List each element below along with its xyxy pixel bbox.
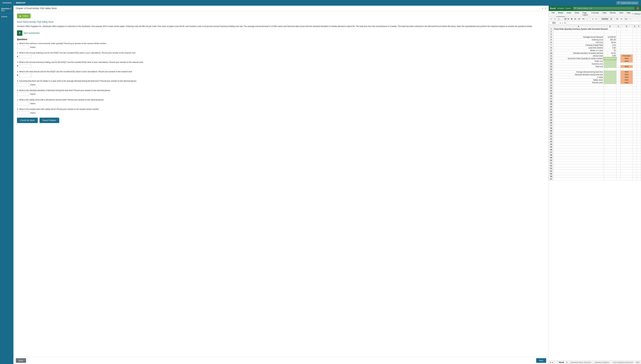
cell-f14[interactable] <box>637 62 641 65</box>
cell-d20[interactable]: #N/A <box>620 79 633 81</box>
cell-a15[interactable]: Total cost <box>553 65 603 68</box>
cell-f17[interactable] <box>637 70 641 73</box>
question-6-input[interactable] <box>17 92 29 96</box>
cell-b11[interactable]: 0.99 <box>603 54 616 57</box>
cell-a20[interactable]: Safety stock <box>553 79 603 81</box>
cell-b19[interactable] <box>603 76 616 79</box>
cancel-formula-icon[interactable]: ✕ <box>559 22 561 24</box>
cell-e6[interactable] <box>633 41 637 44</box>
cell-d13[interactable]: #N/A <box>620 60 633 62</box>
cell-d7[interactable] <box>620 44 633 46</box>
cell-f12[interactable] <box>637 57 641 60</box>
cell-a10[interactable]: Standard deviation of weekly demand <box>553 52 603 54</box>
col-header-e[interactable]: E <box>633 25 637 28</box>
cell-f2[interactable] <box>637 30 641 33</box>
cell-d10[interactable] <box>620 52 633 54</box>
cell-a17[interactable]: Average demand during lead time <box>553 70 603 73</box>
cell-c9[interactable] <box>616 49 620 52</box>
cell-b8[interactable]: 3.00 <box>603 46 616 49</box>
video-button[interactable]: ▶ Video <box>17 14 31 18</box>
cell-f8[interactable] <box>637 46 641 49</box>
confirm-formula-icon[interactable]: ✓ <box>562 22 564 24</box>
cell-d15[interactable]: #N/A <box>620 65 633 68</box>
cell-e11[interactable] <box>633 54 637 57</box>
spreadsheet-grid[interactable]: A B C D E F 1 Fixed Order Quantity Inven… <box>549 25 641 360</box>
check-my-work-button[interactable]: Check My Work <box>17 118 38 123</box>
cell-d22[interactable] <box>620 84 633 87</box>
tab-home[interactable]: Home <box>556 11 565 17</box>
cell-a18[interactable]: Standard deviation during lead time <box>553 73 603 76</box>
cell-a22[interactable] <box>553 84 603 87</box>
formula-input[interactable] <box>567 22 640 24</box>
cell-d11[interactable]: Formulas <box>620 54 633 57</box>
cell-e4[interactable] <box>633 36 637 38</box>
cell-a19[interactable]: z-value <box>553 76 603 79</box>
font-size-select[interactable]: 101112 <box>564 18 570 20</box>
cell-d9[interactable] <box>620 49 633 52</box>
cell-e18[interactable] <box>633 73 637 76</box>
cell-e5[interactable] <box>633 38 637 41</box>
cell-b3[interactable] <box>603 33 616 36</box>
add-sheet-icon[interactable]: + <box>566 361 568 364</box>
feedback-text[interactable]: Give Feedback to Microsoft <box>613 362 633 363</box>
cell-f1[interactable] <box>637 28 641 30</box>
cell-f22[interactable] <box>637 84 641 87</box>
cell-e1[interactable] <box>633 28 637 30</box>
cell-c11[interactable] <box>616 54 620 57</box>
cell-e15[interactable] <box>633 65 637 68</box>
cell-a7[interactable]: Carrying Charge Rate <box>553 44 603 46</box>
cell-b9[interactable]: 52 <box>603 49 616 52</box>
col-header-c[interactable]: C <box>616 25 620 28</box>
cell-e7[interactable] <box>633 44 637 46</box>
cell-d8[interactable] <box>620 46 633 49</box>
clipboard-button[interactable]: 📋 <box>557 18 560 20</box>
cell-e17[interactable] <box>633 70 637 73</box>
cell-a16[interactable] <box>553 68 603 70</box>
question-1-input[interactable] <box>17 46 29 49</box>
cell-d3[interactable] <box>620 33 633 36</box>
cell-b16[interactable] <box>603 68 616 70</box>
open-spreadsheet-link[interactable]: Open spreadsheet <box>24 32 40 34</box>
cell-c17[interactable] <box>616 70 620 73</box>
font-color-button[interactable]: A▾ <box>582 18 585 20</box>
redo-button[interactable]: ↪ <box>553 18 556 20</box>
excel-activity-link[interactable]: Excel Online Activity: FQS Safety Stock <box>17 21 545 23</box>
cell-c3[interactable] <box>616 33 620 36</box>
cell-c21[interactable] <box>616 81 620 84</box>
cell-c13[interactable] <box>616 60 620 62</box>
cell-b21[interactable] <box>603 81 616 84</box>
cell-b7[interactable]: 0.20 <box>603 44 616 46</box>
fill-color-button[interactable]: A▾ <box>577 18 581 20</box>
cell-c15[interactable] <box>616 65 620 68</box>
cell-b18[interactable] <box>603 73 616 76</box>
back-button[interactable]: Back <box>16 358 26 363</box>
cell-f3[interactable] <box>637 33 641 36</box>
cell-f4[interactable] <box>637 36 641 38</box>
cell-b12[interactable] <box>603 57 616 60</box>
cell-c5[interactable] <box>616 38 620 41</box>
cell-a8[interactable]: Lead time (weeks) <box>553 46 603 49</box>
cell-b10[interactable]: 65.00 <box>603 52 616 54</box>
cell-b15[interactable] <box>603 65 616 68</box>
undo-button[interactable]: ↩ <box>550 18 553 20</box>
cell-f7[interactable] <box>637 44 641 46</box>
col-header-f[interactable]: F <box>637 25 641 28</box>
cell-e3[interactable] <box>633 33 637 36</box>
cell-b6[interactable]: $3.50 <box>603 41 616 44</box>
cell-e14[interactable] <box>633 62 637 65</box>
tab-page-layout[interactable]: Page Layout <box>581 11 590 17</box>
next-button[interactable]: Next <box>536 358 546 363</box>
cell-b5[interactable]: $51.00 <box>603 38 616 41</box>
tab-view[interactable]: View <box>617 11 625 17</box>
workbook-stats-text[interactable]: Workbook Statistics <box>595 362 609 363</box>
cell-f20[interactable] <box>637 79 641 81</box>
cell-f9[interactable] <box>637 49 641 52</box>
cell-a9[interactable]: Weeks in a year <box>553 49 603 52</box>
info-icon[interactable]: ℹ <box>542 7 543 10</box>
cell-e12[interactable] <box>633 57 637 60</box>
cell-c7[interactable] <box>616 44 620 46</box>
cell-c2[interactable] <box>616 30 620 33</box>
tab-draw[interactable]: Draw <box>573 11 581 17</box>
cell-f15[interactable] <box>637 65 641 68</box>
more-ribbon-button[interactable]: ··· <box>629 18 631 20</box>
